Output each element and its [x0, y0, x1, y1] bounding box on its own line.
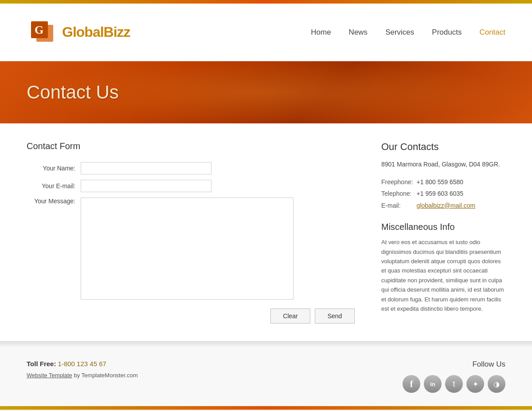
misc-title: Miscellaneous Info: [381, 222, 505, 232]
toll-free-line: Toll Free: 1-800 123 45 67: [27, 360, 138, 368]
logo-text: GlobalBizz: [62, 24, 130, 40]
telephone-row: Telephone: +1 959 603 6035: [381, 188, 479, 199]
freephone-value: +1 800 559 6580: [417, 176, 479, 188]
follow-us-title: Follow Us: [403, 360, 505, 369]
freephone-label: Freephone:: [381, 176, 417, 188]
form-section-title: Contact Form: [27, 141, 355, 151]
top-bar: [0, 0, 532, 4]
name-label: Your Name:: [27, 165, 75, 172]
nav-contact[interactable]: Contact: [479, 28, 505, 37]
email-link[interactable]: globalbizz@mail.com: [417, 202, 475, 209]
template-line: Website Template by TemplateMonster.com: [27, 372, 138, 379]
header: G GlobalBizz Home News Services Products…: [0, 4, 532, 61]
email-input[interactable]: [81, 180, 211, 192]
linkedin-icon[interactable]: in: [424, 375, 442, 393]
logo-global: Global: [62, 24, 104, 40]
contact-form-section: Contact Form Your Name: Your E-mail: You…: [27, 141, 355, 324]
toll-free-label: Toll Free:: [27, 360, 56, 368]
main-content: Contact Form Your Name: Your E-mail: You…: [0, 123, 532, 341]
main-nav: Home News Services Products Contact: [311, 28, 505, 37]
logo-bizz: Bizz: [104, 24, 130, 40]
send-button[interactable]: Send: [315, 308, 355, 324]
message-label: Your Message:: [27, 198, 75, 205]
svg-text:G: G: [35, 24, 43, 36]
other-social-icon[interactable]: ◑: [488, 375, 505, 393]
email-row: Your E-mail:: [27, 180, 355, 192]
nav-news[interactable]: News: [349, 28, 368, 37]
email-label: Your E-mail:: [27, 182, 75, 190]
toll-free-number: 1-800 123 45 67: [58, 360, 106, 368]
logo: G GlobalBizz: [27, 17, 130, 48]
telephone-value: +1 959 603 6035: [417, 188, 479, 199]
logo-icon: G: [27, 17, 58, 48]
name-row: Your Name:: [27, 162, 355, 174]
footer-left: Toll Free: 1-800 123 45 67 Website Templ…: [27, 360, 138, 379]
message-row: Your Message:: [27, 198, 355, 300]
twitter-icon[interactable]: t: [445, 375, 463, 393]
social-icons: f in t ✦ ◑: [403, 375, 505, 393]
name-input[interactable]: [81, 162, 211, 174]
nav-products[interactable]: Products: [432, 28, 462, 37]
delicious-icon[interactable]: ✦: [466, 375, 484, 393]
nav-home[interactable]: Home: [311, 28, 331, 37]
bottom-bar: [0, 406, 532, 410]
message-textarea[interactable]: [81, 198, 293, 300]
hero-banner: Contact Us: [0, 61, 532, 123]
email-row-info: E-mail: globalbizz@mail.com: [381, 200, 479, 211]
footer: Toll Free: 1-800 123 45 67 Website Templ…: [0, 347, 532, 406]
contacts-section: Our Contacts 8901 Marmora Road, Glasgow,…: [381, 141, 505, 324]
footer-right: Follow Us f in t ✦ ◑: [403, 360, 505, 393]
freephone-row: Freephone: +1 800 559 6580: [381, 176, 479, 188]
contact-details: Freephone: +1 800 559 6580 Telephone: +1…: [381, 176, 505, 211]
template-by: by TemplateMonster.com: [72, 372, 138, 379]
button-row: Clear Send: [27, 308, 355, 324]
contacts-title: Our Contacts: [381, 141, 505, 153]
facebook-icon[interactable]: f: [403, 375, 420, 393]
telephone-label: Telephone:: [381, 188, 417, 199]
nav-services[interactable]: Services: [385, 28, 414, 37]
hero-title: Contact Us: [27, 82, 119, 103]
template-link[interactable]: Website Template: [27, 372, 72, 379]
divider: [0, 341, 532, 347]
contact-address: 8901 Marmora Road, Glasgow, D04 89GR.: [381, 160, 505, 169]
email-info-label: E-mail:: [381, 200, 417, 211]
clear-button[interactable]: Clear: [270, 308, 310, 324]
misc-text: At vero eos et accusamus et iusto odio d…: [381, 237, 505, 314]
